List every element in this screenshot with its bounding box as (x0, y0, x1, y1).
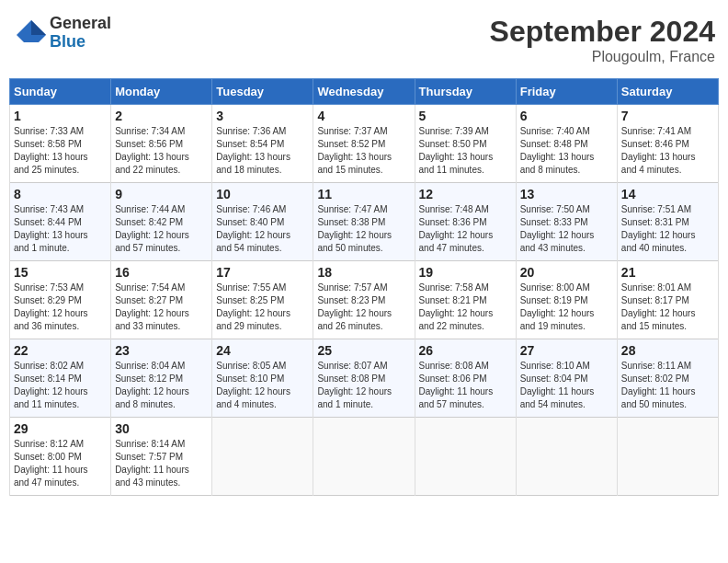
day-info: Sunrise: 7:46 AM Sunset: 8:40 PM Dayligh… (216, 203, 309, 255)
day-number: 2 (115, 109, 208, 123)
day-info: Sunrise: 7:51 AM Sunset: 8:31 PM Dayligh… (621, 203, 714, 255)
day-number: 13 (520, 187, 613, 201)
calendar-cell: 25Sunrise: 8:07 AM Sunset: 8:08 PM Dayli… (313, 339, 415, 418)
calendar-cell (313, 418, 415, 496)
day-info: Sunrise: 8:05 AM Sunset: 8:10 PM Dayligh… (216, 360, 309, 411)
week-row-1: 1Sunrise: 7:33 AM Sunset: 8:58 PM Daylig… (10, 105, 719, 183)
calendar-cell (617, 418, 718, 496)
day-number: 14 (621, 187, 714, 201)
day-number: 6 (520, 109, 613, 123)
week-row-3: 15Sunrise: 7:53 AM Sunset: 8:29 PM Dayli… (10, 261, 719, 339)
calendar-cell: 9Sunrise: 7:44 AM Sunset: 8:42 PM Daylig… (111, 183, 212, 261)
calendar-table: Sunday Monday Tuesday Wednesday Thursday… (9, 78, 719, 496)
day-number: 4 (317, 109, 410, 123)
day-info: Sunrise: 8:12 AM Sunset: 8:00 PM Dayligh… (14, 438, 107, 489)
day-info: Sunrise: 7:58 AM Sunset: 8:21 PM Dayligh… (419, 282, 512, 333)
day-info: Sunrise: 7:48 AM Sunset: 8:36 PM Dayligh… (419, 203, 512, 255)
day-number: 19 (419, 265, 512, 280)
day-info: Sunrise: 8:10 AM Sunset: 8:04 PM Dayligh… (520, 360, 613, 411)
col-thursday: Thursday (415, 79, 516, 105)
calendar-cell: 5Sunrise: 7:39 AM Sunset: 8:50 PM Daylig… (415, 105, 516, 183)
calendar-cell: 11Sunrise: 7:47 AM Sunset: 8:38 PM Dayli… (313, 183, 415, 261)
day-number: 30 (115, 421, 208, 436)
week-row-2: 8Sunrise: 7:43 AM Sunset: 8:44 PM Daylig… (10, 183, 719, 261)
logo: General Blue (13, 15, 111, 52)
day-info: Sunrise: 8:08 AM Sunset: 8:06 PM Dayligh… (419, 360, 512, 411)
day-info: Sunrise: 8:01 AM Sunset: 8:17 PM Dayligh… (621, 282, 714, 333)
calendar-cell: 7Sunrise: 7:41 AM Sunset: 8:46 PM Daylig… (617, 105, 718, 183)
day-number: 29 (14, 421, 107, 436)
day-number: 11 (317, 187, 410, 201)
calendar-cell: 1Sunrise: 7:33 AM Sunset: 8:58 PM Daylig… (10, 105, 111, 183)
calendar-cell: 21Sunrise: 8:01 AM Sunset: 8:17 PM Dayli… (617, 261, 718, 339)
day-info: Sunrise: 7:40 AM Sunset: 8:48 PM Dayligh… (520, 125, 613, 177)
calendar-cell: 14Sunrise: 7:51 AM Sunset: 8:31 PM Dayli… (617, 183, 718, 261)
calendar-cell: 28Sunrise: 8:11 AM Sunset: 8:02 PM Dayli… (617, 339, 718, 418)
day-info: Sunrise: 8:00 AM Sunset: 8:19 PM Dayligh… (520, 282, 613, 333)
calendar-cell: 16Sunrise: 7:54 AM Sunset: 8:27 PM Dayli… (111, 261, 212, 339)
logo-icon (13, 17, 46, 50)
day-info: Sunrise: 7:37 AM Sunset: 8:52 PM Dayligh… (317, 125, 410, 177)
day-number: 27 (520, 343, 613, 358)
day-number: 15 (14, 265, 107, 280)
day-number: 26 (419, 343, 512, 358)
day-number: 16 (115, 265, 208, 280)
calendar-cell: 22Sunrise: 8:02 AM Sunset: 8:14 PM Dayli… (10, 339, 111, 418)
day-number: 17 (216, 265, 309, 280)
calendar-cell: 20Sunrise: 8:00 AM Sunset: 8:19 PM Dayli… (516, 261, 617, 339)
day-info: Sunrise: 7:50 AM Sunset: 8:33 PM Dayligh… (520, 203, 613, 255)
col-tuesday: Tuesday (212, 79, 313, 105)
calendar-cell: 10Sunrise: 7:46 AM Sunset: 8:40 PM Dayli… (212, 183, 313, 261)
svg-marker-1 (31, 20, 46, 35)
calendar-cell: 23Sunrise: 8:04 AM Sunset: 8:12 PM Dayli… (111, 339, 212, 418)
day-number: 9 (115, 187, 208, 201)
day-number: 22 (14, 343, 107, 358)
col-wednesday: Wednesday (313, 79, 415, 105)
calendar-cell: 15Sunrise: 7:53 AM Sunset: 8:29 PM Dayli… (10, 261, 111, 339)
calendar-cell: 2Sunrise: 7:34 AM Sunset: 8:56 PM Daylig… (111, 105, 212, 183)
month-title: September 2024 (490, 15, 715, 49)
day-info: Sunrise: 7:44 AM Sunset: 8:42 PM Dayligh… (115, 203, 208, 255)
day-info: Sunrise: 8:11 AM Sunset: 8:02 PM Dayligh… (621, 360, 714, 411)
day-number: 3 (216, 109, 309, 123)
day-number: 20 (520, 265, 613, 280)
logo-general: General (50, 15, 111, 33)
day-number: 1 (14, 109, 107, 123)
day-info: Sunrise: 7:39 AM Sunset: 8:50 PM Dayligh… (419, 125, 512, 177)
calendar-cell (212, 418, 313, 496)
calendar-cell: 17Sunrise: 7:55 AM Sunset: 8:25 PM Dayli… (212, 261, 313, 339)
logo-blue: Blue (50, 33, 111, 52)
day-number: 7 (621, 109, 714, 123)
day-number: 28 (621, 343, 714, 358)
col-saturday: Saturday (617, 79, 718, 105)
day-number: 25 (317, 343, 410, 358)
day-info: Sunrise: 7:54 AM Sunset: 8:27 PM Dayligh… (115, 282, 208, 333)
calendar-cell: 12Sunrise: 7:48 AM Sunset: 8:36 PM Dayli… (415, 183, 516, 261)
calendar-cell: 24Sunrise: 8:05 AM Sunset: 8:10 PM Dayli… (212, 339, 313, 418)
col-friday: Friday (516, 79, 617, 105)
day-info: Sunrise: 8:14 AM Sunset: 7:57 PM Dayligh… (115, 438, 208, 489)
day-number: 10 (216, 187, 309, 201)
week-row-4: 22Sunrise: 8:02 AM Sunset: 8:14 PM Dayli… (10, 339, 719, 418)
calendar-cell: 8Sunrise: 7:43 AM Sunset: 8:44 PM Daylig… (10, 183, 111, 261)
day-info: Sunrise: 7:57 AM Sunset: 8:23 PM Dayligh… (317, 282, 410, 333)
day-number: 23 (115, 343, 208, 358)
day-info: Sunrise: 8:07 AM Sunset: 8:08 PM Dayligh… (317, 360, 410, 411)
calendar-cell (516, 418, 617, 496)
title-block: September 2024 Plougoulm, France (490, 15, 715, 65)
calendar-cell: 26Sunrise: 8:08 AM Sunset: 8:06 PM Dayli… (415, 339, 516, 418)
calendar-cell: 6Sunrise: 7:40 AM Sunset: 8:48 PM Daylig… (516, 105, 617, 183)
day-info: Sunrise: 8:02 AM Sunset: 8:14 PM Dayligh… (14, 360, 107, 411)
day-number: 18 (317, 265, 410, 280)
calendar-cell: 18Sunrise: 7:57 AM Sunset: 8:23 PM Dayli… (313, 261, 415, 339)
col-sunday: Sunday (10, 79, 111, 105)
day-info: Sunrise: 7:53 AM Sunset: 8:29 PM Dayligh… (14, 282, 107, 333)
day-info: Sunrise: 7:34 AM Sunset: 8:56 PM Dayligh… (115, 125, 208, 177)
calendar-cell: 19Sunrise: 7:58 AM Sunset: 8:21 PM Dayli… (415, 261, 516, 339)
calendar-cell: 4Sunrise: 7:37 AM Sunset: 8:52 PM Daylig… (313, 105, 415, 183)
day-number: 5 (419, 109, 512, 123)
day-info: Sunrise: 7:47 AM Sunset: 8:38 PM Dayligh… (317, 203, 410, 255)
day-info: Sunrise: 7:33 AM Sunset: 8:58 PM Dayligh… (14, 125, 107, 177)
day-number: 8 (14, 187, 107, 201)
day-number: 21 (621, 265, 714, 280)
